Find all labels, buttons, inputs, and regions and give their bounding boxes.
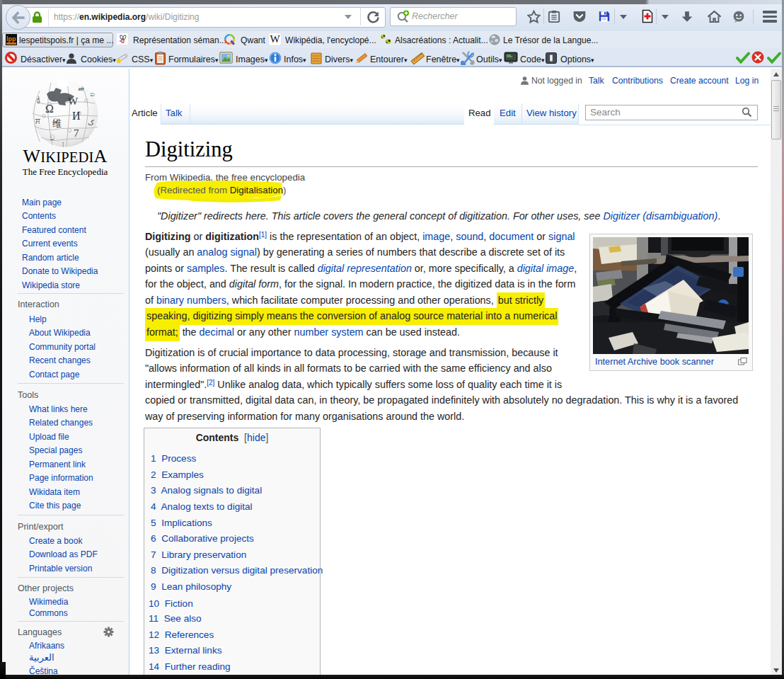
svg-text:ჭ: ჭ <box>37 96 40 103</box>
svg-text:维: 维 <box>52 118 62 129</box>
svg-text:ன: ன <box>78 85 84 92</box>
svg-text:ਸ: ਸ <box>35 117 40 125</box>
svg-text:Ω: Ω <box>45 103 54 115</box>
svg-text:ک: ک <box>88 119 94 127</box>
svg-text:И: И <box>72 110 81 122</box>
svg-text:W: W <box>68 96 79 107</box>
svg-text:7: 7 <box>74 127 79 139</box>
svg-text:ఐ: ఐ <box>89 91 96 98</box>
svg-text:ව: ව <box>50 134 54 142</box>
